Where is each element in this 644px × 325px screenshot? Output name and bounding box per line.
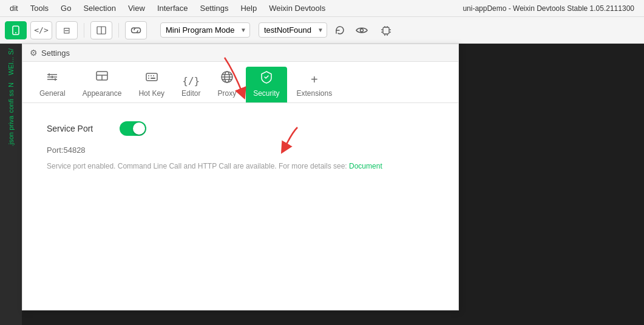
link-button[interactable] xyxy=(125,21,147,39)
proxy-tab-icon xyxy=(220,70,234,87)
sidebar-item-json[interactable]: .json xyxy=(7,132,15,146)
sidebar-item-s[interactable]: S/ xyxy=(7,49,15,55)
tab-proxy-label: Proxy xyxy=(217,89,236,98)
tab-hotkey[interactable]: Hot Key xyxy=(131,67,172,102)
mode-select[interactable]: Mini Program Mode xyxy=(160,22,250,38)
tab-extensions-label: Extensions xyxy=(297,89,333,98)
tab-general[interactable]: General xyxy=(32,67,73,102)
tab-hotkey-label: Hot Key xyxy=(138,89,164,98)
service-port-row: Service Port xyxy=(47,121,434,136)
menu-item-interface[interactable]: Interface xyxy=(152,2,193,14)
preview-button[interactable] xyxy=(353,21,371,39)
phone-mode-button[interactable] xyxy=(5,21,27,39)
project-selector-wrapper[interactable]: testNotFound ▼ xyxy=(259,22,327,38)
menu-item-weixin[interactable]: Weixin Devtools xyxy=(264,2,330,14)
bug-icon xyxy=(380,24,392,36)
window-title: uni-appDemo - Weixin Devtools Stable 1.0… xyxy=(458,3,639,14)
settings-title: Settings xyxy=(41,49,70,58)
svg-point-4 xyxy=(361,28,364,32)
sidebar-item-ss[interactable]: ss xyxy=(7,90,15,96)
menu-item-view[interactable]: View xyxy=(123,2,150,14)
settings-nav: General Appearance xyxy=(22,62,458,103)
phone-icon xyxy=(11,25,21,35)
hotkey-tab-icon xyxy=(145,70,158,87)
sliders-icon: ⊟ xyxy=(63,25,70,35)
project-select[interactable]: testNotFound xyxy=(259,22,327,38)
menu-item-selection[interactable]: Selection xyxy=(78,2,120,14)
svg-rect-23 xyxy=(146,73,157,81)
menu-item-settings[interactable]: Settings xyxy=(195,2,233,14)
layout-button[interactable] xyxy=(90,21,112,39)
security-tab-icon xyxy=(260,70,273,87)
sidebar: S/ WEI... N ss confi priva .json xyxy=(0,44,22,325)
mode-selector-wrapper[interactable]: Mini Program Mode ▼ xyxy=(160,22,250,38)
code-button[interactable]: </> xyxy=(30,21,52,39)
menu-bar: dit Tools Go Selection View Interface Se… xyxy=(0,0,644,17)
document-link[interactable]: Document xyxy=(349,162,382,170)
sliders-button[interactable]: ⊟ xyxy=(56,21,78,39)
menu-item-help[interactable]: Help xyxy=(236,2,262,14)
tab-security[interactable]: Security xyxy=(246,67,286,102)
service-port-label: Service Port xyxy=(47,124,107,133)
tab-proxy[interactable]: Proxy xyxy=(210,67,243,102)
layout-icon xyxy=(97,26,106,35)
eye-icon xyxy=(356,26,368,35)
menu-item-dit[interactable]: dit xyxy=(5,2,23,14)
sidebar-item-priva[interactable]: priva xyxy=(7,116,15,130)
refresh-button[interactable] xyxy=(331,21,349,39)
editor-tab-icon: {/} xyxy=(182,75,200,87)
tab-extensions[interactable]: + Extensions xyxy=(290,69,340,102)
menu-item-tools[interactable]: Tools xyxy=(25,2,53,14)
svg-rect-5 xyxy=(383,27,389,34)
tab-general-label: General xyxy=(39,89,66,98)
chain-icon xyxy=(130,26,141,35)
port-info: Port:54828 xyxy=(47,146,434,155)
sidebar-item-wei[interactable]: WEI... xyxy=(7,57,15,75)
separator-2 xyxy=(118,23,119,38)
toggle-knob xyxy=(133,122,145,135)
svg-point-1 xyxy=(15,32,16,33)
sidebar-item-confi[interactable]: confi xyxy=(7,99,15,113)
tab-appearance[interactable]: Appearance xyxy=(75,67,129,102)
refresh-icon xyxy=(334,25,345,36)
sidebar-item-n[interactable]: N xyxy=(7,82,15,87)
extensions-tab-icon: + xyxy=(311,73,318,87)
tab-security-label: Security xyxy=(253,89,279,98)
service-description: Service port enabled. Command Line Call … xyxy=(47,161,434,172)
settings-title-bar: ⚙ Settings xyxy=(22,44,458,62)
settings-gear-icon: ⚙ xyxy=(30,48,38,58)
settings-panel: ⚙ Settings General xyxy=(22,44,459,310)
description-text: Service port enabled. Command Line Call … xyxy=(47,162,349,170)
devtools-button[interactable] xyxy=(377,21,395,39)
appearance-tab-icon xyxy=(95,70,109,87)
general-tab-icon xyxy=(46,70,59,87)
menu-item-go[interactable]: Go xyxy=(56,2,76,14)
service-port-toggle[interactable] xyxy=(120,121,146,136)
tab-editor-label: Editor xyxy=(181,89,200,98)
settings-content: Service Port Port:54828 Service port ena… xyxy=(22,103,458,310)
tab-appearance-label: Appearance xyxy=(83,89,122,98)
code-icon: </> xyxy=(34,25,48,35)
tab-editor[interactable]: {/} Editor xyxy=(174,72,208,102)
toolbar: </> ⊟ Mini Program Mode ▼ testNotFound ▼ xyxy=(0,17,644,44)
separator-1 xyxy=(84,23,84,38)
